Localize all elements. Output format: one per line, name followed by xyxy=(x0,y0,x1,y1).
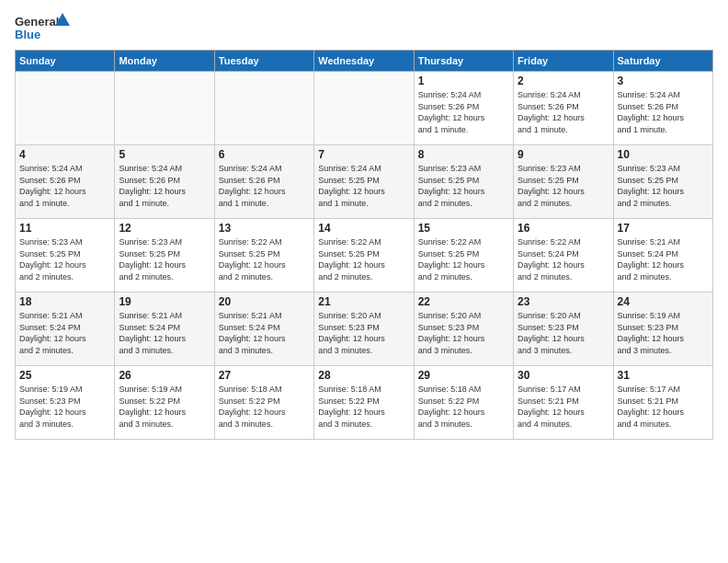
calendar-cell: 29Sunrise: 5:18 AM Sunset: 5:22 PM Dayli… xyxy=(414,366,513,440)
weekday-row: SundayMondayTuesdayWednesdayThursdayFrid… xyxy=(16,51,713,72)
day-info: Sunrise: 5:24 AM Sunset: 5:25 PM Dayligh… xyxy=(318,163,409,209)
day-number: 3 xyxy=(618,75,709,87)
day-number: 14 xyxy=(318,222,409,235)
day-info: Sunrise: 5:24 AM Sunset: 5:26 PM Dayligh… xyxy=(19,163,110,209)
day-info: Sunrise: 5:17 AM Sunset: 5:21 PM Dayligh… xyxy=(618,384,709,430)
calendar-week-3: 11Sunrise: 5:23 AM Sunset: 5:25 PM Dayli… xyxy=(16,219,713,293)
svg-text:General: General xyxy=(15,15,59,29)
day-number: 2 xyxy=(518,75,609,87)
day-info: Sunrise: 5:24 AM Sunset: 5:26 PM Dayligh… xyxy=(119,163,210,209)
calendar-cell: 1Sunrise: 5:24 AM Sunset: 5:26 PM Daylig… xyxy=(414,72,513,145)
logo: General Blue xyxy=(15,11,70,44)
day-info: Sunrise: 5:21 AM Sunset: 5:24 PM Dayligh… xyxy=(219,310,310,356)
calendar-cell: 25Sunrise: 5:19 AM Sunset: 5:23 PM Dayli… xyxy=(16,366,115,440)
day-info: Sunrise: 5:19 AM Sunset: 5:22 PM Dayligh… xyxy=(119,384,210,430)
calendar-body: 1Sunrise: 5:24 AM Sunset: 5:26 PM Daylig… xyxy=(16,72,713,440)
day-number: 13 xyxy=(219,222,310,235)
day-info: Sunrise: 5:23 AM Sunset: 5:25 PM Dayligh… xyxy=(119,236,210,282)
day-info: Sunrise: 5:21 AM Sunset: 5:24 PM Dayligh… xyxy=(19,310,110,356)
calendar-cell: 9Sunrise: 5:23 AM Sunset: 5:25 PM Daylig… xyxy=(514,145,613,219)
day-number: 29 xyxy=(418,369,509,382)
day-info: Sunrise: 5:20 AM Sunset: 5:23 PM Dayligh… xyxy=(318,310,409,356)
day-info: Sunrise: 5:24 AM Sunset: 5:26 PM Dayligh… xyxy=(418,89,509,135)
calendar-cell: 8Sunrise: 5:23 AM Sunset: 5:25 PM Daylig… xyxy=(414,145,513,219)
day-number: 19 xyxy=(119,295,210,308)
weekday-header-thursday: Thursday xyxy=(414,51,513,72)
day-number: 22 xyxy=(418,295,509,308)
day-info: Sunrise: 5:19 AM Sunset: 5:23 PM Dayligh… xyxy=(618,310,709,356)
day-number: 27 xyxy=(219,369,310,382)
calendar-cell: 22Sunrise: 5:20 AM Sunset: 5:23 PM Dayli… xyxy=(414,293,513,366)
day-number: 4 xyxy=(19,148,110,161)
day-info: Sunrise: 5:24 AM Sunset: 5:26 PM Dayligh… xyxy=(219,163,310,209)
day-info: Sunrise: 5:22 AM Sunset: 5:25 PM Dayligh… xyxy=(219,236,310,282)
day-number: 12 xyxy=(119,222,210,235)
calendar-week-1: 1Sunrise: 5:24 AM Sunset: 5:26 PM Daylig… xyxy=(16,72,713,145)
day-number: 26 xyxy=(119,369,210,382)
weekday-header-saturday: Saturday xyxy=(613,51,712,72)
day-info: Sunrise: 5:23 AM Sunset: 5:25 PM Dayligh… xyxy=(418,163,509,209)
day-number: 21 xyxy=(318,295,409,308)
calendar-cell xyxy=(115,72,214,145)
day-number: 5 xyxy=(119,148,210,161)
day-info: Sunrise: 5:18 AM Sunset: 5:22 PM Dayligh… xyxy=(318,384,409,430)
day-info: Sunrise: 5:22 AM Sunset: 5:24 PM Dayligh… xyxy=(518,236,609,282)
day-number: 7 xyxy=(318,148,409,161)
calendar-container: General Blue SundayMondayTuesdayWednesda… xyxy=(0,0,728,563)
day-number: 24 xyxy=(618,295,709,308)
calendar-cell: 14Sunrise: 5:22 AM Sunset: 5:25 PM Dayli… xyxy=(314,219,414,293)
day-info: Sunrise: 5:21 AM Sunset: 5:24 PM Dayligh… xyxy=(119,310,210,356)
day-number: 30 xyxy=(518,369,609,382)
day-number: 11 xyxy=(19,222,110,235)
day-info: Sunrise: 5:23 AM Sunset: 5:25 PM Dayligh… xyxy=(518,163,609,209)
day-info: Sunrise: 5:23 AM Sunset: 5:25 PM Dayligh… xyxy=(19,236,110,282)
calendar-cell: 10Sunrise: 5:23 AM Sunset: 5:25 PM Dayli… xyxy=(613,145,712,219)
day-number: 1 xyxy=(418,75,509,87)
calendar-cell: 16Sunrise: 5:22 AM Sunset: 5:24 PM Dayli… xyxy=(514,219,613,293)
day-number: 20 xyxy=(219,295,310,308)
calendar-cell: 6Sunrise: 5:24 AM Sunset: 5:26 PM Daylig… xyxy=(214,145,313,219)
day-info: Sunrise: 5:17 AM Sunset: 5:21 PM Dayligh… xyxy=(518,384,609,430)
calendar-cell: 4Sunrise: 5:24 AM Sunset: 5:26 PM Daylig… xyxy=(16,145,115,219)
calendar-cell: 28Sunrise: 5:18 AM Sunset: 5:22 PM Dayli… xyxy=(314,366,414,440)
calendar-cell: 3Sunrise: 5:24 AM Sunset: 5:26 PM Daylig… xyxy=(613,72,712,145)
header: General Blue xyxy=(15,11,713,44)
day-info: Sunrise: 5:19 AM Sunset: 5:23 PM Dayligh… xyxy=(19,384,110,430)
svg-text:Blue: Blue xyxy=(15,28,40,41)
day-number: 9 xyxy=(518,148,609,161)
calendar-cell xyxy=(314,72,414,145)
calendar-cell: 30Sunrise: 5:17 AM Sunset: 5:21 PM Dayli… xyxy=(514,366,613,440)
weekday-header-monday: Monday xyxy=(115,51,214,72)
day-number: 28 xyxy=(318,369,409,382)
day-number: 18 xyxy=(19,295,110,308)
day-info: Sunrise: 5:24 AM Sunset: 5:26 PM Dayligh… xyxy=(618,89,709,135)
day-number: 23 xyxy=(518,295,609,308)
day-info: Sunrise: 5:22 AM Sunset: 5:25 PM Dayligh… xyxy=(418,236,509,282)
day-number: 15 xyxy=(418,222,509,235)
day-info: Sunrise: 5:18 AM Sunset: 5:22 PM Dayligh… xyxy=(219,384,310,430)
day-number: 10 xyxy=(618,148,709,161)
weekday-header-tuesday: Tuesday xyxy=(214,51,313,72)
day-number: 16 xyxy=(518,222,609,235)
day-info: Sunrise: 5:20 AM Sunset: 5:23 PM Dayligh… xyxy=(418,310,509,356)
weekday-header-sunday: Sunday xyxy=(16,51,115,72)
day-number: 31 xyxy=(618,369,709,382)
calendar-cell: 7Sunrise: 5:24 AM Sunset: 5:25 PM Daylig… xyxy=(314,145,414,219)
day-number: 17 xyxy=(618,222,709,235)
day-info: Sunrise: 5:23 AM Sunset: 5:25 PM Dayligh… xyxy=(618,163,709,209)
calendar-week-4: 18Sunrise: 5:21 AM Sunset: 5:24 PM Dayli… xyxy=(16,293,713,366)
calendar-cell: 31Sunrise: 5:17 AM Sunset: 5:21 PM Dayli… xyxy=(613,366,712,440)
day-number: 8 xyxy=(418,148,509,161)
calendar-cell: 21Sunrise: 5:20 AM Sunset: 5:23 PM Dayli… xyxy=(314,293,414,366)
weekday-header-wednesday: Wednesday xyxy=(314,51,414,72)
calendar-cell: 2Sunrise: 5:24 AM Sunset: 5:26 PM Daylig… xyxy=(514,72,613,145)
calendar-cell: 20Sunrise: 5:21 AM Sunset: 5:24 PM Dayli… xyxy=(214,293,313,366)
calendar-cell: 17Sunrise: 5:21 AM Sunset: 5:24 PM Dayli… xyxy=(613,219,712,293)
calendar-cell xyxy=(16,72,115,145)
day-number: 6 xyxy=(219,148,310,161)
calendar-week-5: 25Sunrise: 5:19 AM Sunset: 5:23 PM Dayli… xyxy=(16,366,713,440)
day-number: 25 xyxy=(19,369,110,382)
calendar-week-2: 4Sunrise: 5:24 AM Sunset: 5:26 PM Daylig… xyxy=(16,145,713,219)
calendar-cell: 5Sunrise: 5:24 AM Sunset: 5:26 PM Daylig… xyxy=(115,145,214,219)
calendar-cell: 12Sunrise: 5:23 AM Sunset: 5:25 PM Dayli… xyxy=(115,219,214,293)
